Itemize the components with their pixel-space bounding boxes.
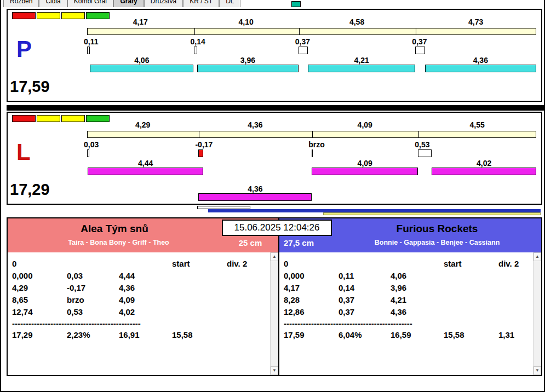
lane-chart: 4,294,364,094,550,03-0,17brzo0,534,444,3…: [87, 113, 536, 204]
split-time-label: 4,10: [194, 18, 299, 26]
table-cell: 12,86: [284, 306, 339, 318]
tab-kombi-graf[interactable]: Kombi Graf: [67, 0, 114, 7]
race-progress-strip: [7, 206, 542, 217]
dog-run-bar: [88, 168, 203, 175]
table-cell: 0,37: [339, 306, 391, 318]
tab-kr-st[interactable]: KR / ST: [183, 0, 219, 7]
table-cell: [172, 294, 227, 306]
lane-total-time: 17,59: [10, 78, 50, 96]
indicator-light-1: [12, 115, 36, 122]
crossing-time-label: 0,14: [191, 37, 205, 46]
table-cell: 0,37: [339, 294, 391, 306]
team-dogs-left: Taira - Bona Bony - Griff - Theo: [8, 239, 230, 246]
table-cell: 4,36: [391, 306, 444, 318]
indicator-light-1: [12, 12, 36, 19]
crossing-time-label: 0,37: [412, 37, 427, 46]
table-row: 8,65brzo4,09: [8, 294, 278, 306]
crossing-time-box: [415, 47, 424, 54]
dog-time-label: 4,44: [88, 159, 203, 168]
crossing-time-box: [87, 149, 89, 157]
lane-letter: P: [16, 37, 32, 61]
crossing-time-label: 0,37: [295, 37, 310, 46]
table-cell: 4,02: [119, 306, 172, 318]
yellow-progress-bar: [323, 212, 541, 215]
split-time-bar: [87, 28, 536, 35]
table-cell: [67, 258, 119, 270]
crossing-time-box: [198, 149, 203, 157]
split-time-label: 4,55: [418, 120, 536, 129]
crossing-time-box: [194, 47, 198, 54]
table-cell: 4,21: [391, 294, 444, 306]
table-cell: [339, 258, 391, 270]
split-bar-divider: [416, 28, 416, 34]
crossing-time-label: 0,53: [415, 140, 429, 149]
table-cell: [444, 270, 498, 282]
scroll-up-button[interactable]: ▲: [271, 252, 278, 261]
table-cell: start: [172, 258, 227, 270]
dog-time-label: 4,09: [312, 159, 418, 168]
crossing-time-label: 0,03: [84, 140, 99, 149]
table-cell: 12,74: [12, 306, 67, 318]
tab-dl[interactable]: DL: [219, 0, 240, 7]
table-row: 0,0000,114,06: [279, 270, 541, 282]
table-cell: [172, 282, 227, 294]
table-cell: 4,36: [119, 282, 172, 294]
scrollbar[interactable]: ▲▼: [270, 252, 278, 375]
scroll-up-button[interactable]: ▲: [533, 252, 541, 261]
crossing-time-box: [418, 149, 432, 157]
table-cell: 4,09: [119, 294, 172, 306]
scrollbar[interactable]: ▲▼: [533, 252, 541, 375]
split-bar-divider: [418, 131, 419, 137]
crossing-time-box: [312, 149, 313, 157]
table-cell: [444, 294, 498, 306]
results-table-left: 0startdiv. 20,0000,034,444,29-0,174,368,…: [8, 252, 278, 375]
table-header-row: 0startdiv. 2: [279, 258, 541, 270]
timestamp: 15.06.2025 12:04:26: [222, 220, 332, 236]
tab-rozb-h[interactable]: Rozběh: [3, 0, 39, 7]
table-cell: -0,17: [67, 282, 119, 294]
dog-run-bar: [425, 65, 536, 72]
table-cell: [119, 258, 172, 270]
table-cell: 0: [12, 258, 67, 270]
table-cell: 0: [284, 258, 339, 270]
table-cell: 0,000: [284, 270, 339, 282]
split-time-label: 4,36: [198, 120, 312, 129]
table-header-row: 0startdiv. 2: [8, 258, 278, 270]
tab-cidla[interactable]: Cidla: [39, 0, 67, 7]
table-cell: start: [444, 258, 498, 270]
dog-run-bar: [90, 65, 193, 72]
status-indicator-chip: [291, 1, 301, 7]
scroll-down-button[interactable]: ▼: [533, 366, 541, 375]
table-cell: 15,58: [444, 329, 498, 341]
jump-height-left: 25 cm: [227, 238, 274, 247]
scroll-down-button[interactable]: ▼: [271, 366, 278, 375]
table-totals-row: 17,292,23%16,9115,58: [8, 329, 278, 341]
table-cell: brzo: [67, 294, 119, 306]
indicator-light-2: [37, 12, 60, 19]
table-cell: 16,59: [391, 329, 444, 341]
table-cell: 0,03: [67, 270, 119, 282]
table-cell: 0,14: [339, 282, 391, 294]
tab-grafy[interactable]: Grafy: [113, 0, 144, 7]
indicator-light-2: [37, 115, 60, 122]
dog-time-label: 4,36: [425, 56, 536, 65]
table-cell: 17,29: [12, 329, 67, 341]
tab-dru-stva[interactable]: Družstva: [144, 0, 183, 7]
table-cell: 2,23%: [67, 329, 119, 341]
crossing-time-label: 0,11: [84, 37, 98, 46]
table-totals-row: 17,596,04%16,5915,581,31: [279, 329, 541, 341]
dog-time-label: 4,21: [308, 56, 415, 65]
panel-divider: [7, 105, 545, 111]
dog-run-bar: [197, 65, 299, 72]
table-row: 4,29-0,174,36: [8, 282, 278, 294]
results-table-right: 0startdiv. 20,0000,114,064,170,143,968,2…: [279, 252, 541, 375]
app-window: RozběhCidlaKombi GrafGrafyDružstvaKR / S…: [0, 0, 545, 392]
table-cell: 4,17: [284, 282, 339, 294]
lane-panel-right: P17,594,174,104,584,730,110,140,370,374,…: [7, 9, 542, 102]
split-time-label: 4,29: [87, 120, 198, 129]
dog-run-bar: [312, 168, 418, 175]
lane-panel-left: L17,294,294,364,094,550,03-0,17brzo0,534…: [7, 112, 542, 205]
split-time-label: 4,58: [299, 18, 416, 26]
table-cell: [172, 270, 227, 282]
team-dogs-right: Bonnie - Gappasia - Benjee - Cassiann: [333, 239, 541, 246]
